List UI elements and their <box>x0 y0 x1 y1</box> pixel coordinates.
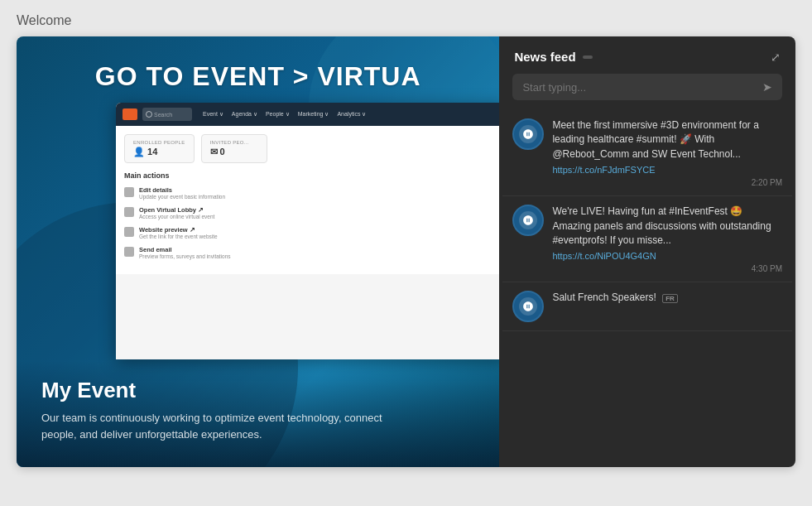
mock-stat-invited-value: ✉ 0 <box>210 147 258 157</box>
mock-stat-enrolled-value: 👤 14 <box>133 147 185 157</box>
news-item-2: We're LIVE! Having fun at #InEventFest 🤩… <box>502 196 792 282</box>
mock-action-edit: Edit details Update your event basic inf… <box>124 186 499 200</box>
mock-email-desc: Preview forms, surveys and invitations <box>139 253 231 259</box>
news-text-1: Meet the first immersive #3D environment… <box>552 118 782 161</box>
mock-lobby-icon <box>124 207 134 217</box>
mock-website-title: Website preview ↗ <box>139 226 218 234</box>
news-link-2[interactable]: https://t.co/NiPOU4G4GN <box>552 251 782 261</box>
mock-app-content: ENROLLED PEOPLE 👤 14 INVITED PEO... ✉ 0 … <box>116 126 499 274</box>
news-avatar-inner-3 <box>519 297 537 316</box>
mock-lobby-title: Open Virtual Lobby ↗ <box>139 206 214 214</box>
news-text-2: We're LIVE! Having fun at #InEventFest 🤩… <box>552 205 782 248</box>
mock-search-label: Search <box>154 112 172 118</box>
news-time-1: 2:20 PM <box>552 178 782 187</box>
mock-action-lobby: Open Virtual Lobby ↗ Access your online … <box>124 206 499 219</box>
mock-email-title: Send email <box>139 246 231 253</box>
page-title: Welcome <box>0 0 812 36</box>
mock-action-email: Send email Preview forms, surveys and in… <box>124 246 499 259</box>
news-feed-header: News feed ⤢ <box>499 36 795 74</box>
mock-edit-desc: Update your event basic information <box>139 194 225 200</box>
mock-edit-title: Edit details <box>139 186 225 194</box>
mock-search-icon <box>146 111 152 118</box>
mock-website-desc: Get the link for the event website <box>139 234 218 239</box>
mock-nav-event: Event ∨ <box>200 111 226 118</box>
news-feed-panel: News feed ⤢ ➤ <box>499 36 795 467</box>
mock-logo <box>123 108 137 120</box>
banner-wrapper: GO TO EVENT > VIRTUA Search Event ∨ Agen… <box>17 36 795 467</box>
news-avatar-1 <box>512 118 544 150</box>
news-search-input[interactable] <box>522 81 756 94</box>
mock-nav-people: People ∨ <box>263 111 292 118</box>
mock-email-icon <box>124 247 134 257</box>
mock-stat-invited: INVITED PEO... ✉ 0 <box>201 134 267 163</box>
banner-heading: GO TO EVENT > VIRTUA <box>17 61 499 92</box>
mock-stats-row: ENROLLED PEOPLE 👤 14 INVITED PEO... ✉ 0 <box>124 134 499 163</box>
news-search-bar[interactable]: ➤ <box>512 74 782 100</box>
mock-nav-agenda: Agenda ∨ <box>229 111 260 118</box>
news-content-3: Salut French Speakers! FR <box>552 291 782 322</box>
event-title: My Event <box>41 378 474 403</box>
mock-nav-items: Event ∨ Agenda ∨ People ∨ Marketing ∨ An… <box>200 111 368 118</box>
news-feed-list: Meet the first immersive #3D environment… <box>499 110 795 467</box>
mock-nav-analytics: Analytics ∨ <box>334 111 368 118</box>
news-content-1: Meet the first immersive #3D environment… <box>552 118 782 187</box>
mock-stat-invited-label: INVITED PEO... <box>210 140 258 145</box>
main-container: GO TO EVENT > VIRTUA Search Event ∨ Agen… <box>0 36 812 506</box>
news-feed-badge <box>583 55 593 59</box>
news-link-1[interactable]: https://t.co/nFJdmFSYCE <box>552 165 782 175</box>
news-avatar-inner-2 <box>519 211 537 229</box>
banner-overlay: My Event Our team is continuously workin… <box>17 361 499 467</box>
mock-lobby-desc: Access your online virtual event <box>139 214 214 219</box>
news-item-1: Meet the first immersive #3D environment… <box>502 110 792 196</box>
news-avatar-2 <box>512 205 544 236</box>
mock-nav-marketing: Marketing ∨ <box>295 111 332 118</box>
event-desc: Our team is continuously working to opti… <box>41 410 406 442</box>
news-item-3: Salut French Speakers! FR <box>502 282 792 331</box>
mock-stat-enrolled-label: ENROLLED PEOPLE <box>133 140 185 145</box>
news-avatar-3 <box>512 291 544 322</box>
mock-navbar: Search Event ∨ Agenda ∨ People ∨ Marketi… <box>116 103 499 126</box>
fr-badge: FR <box>662 294 678 303</box>
mock-search-bar: Search <box>142 108 192 121</box>
news-content-2: We're LIVE! Having fun at #InEventFest 🤩… <box>552 205 782 273</box>
mock-stat-enrolled: ENROLLED PEOPLE 👤 14 <box>124 134 195 163</box>
mock-website-icon <box>124 227 134 237</box>
news-avatar-inner-1 <box>519 125 537 143</box>
mock-edit-icon <box>124 187 134 197</box>
mock-section-title: Main actions <box>124 171 499 180</box>
news-feed-title: News feed <box>514 50 575 64</box>
news-send-icon[interactable]: ➤ <box>762 80 772 94</box>
news-text-3: Salut French Speakers! FR <box>552 291 782 305</box>
mock-action-website: Website preview ↗ Get the link for the e… <box>124 226 499 239</box>
expand-icon[interactable]: ⤢ <box>771 51 781 64</box>
news-time-2: 4:30 PM <box>552 264 782 273</box>
banner-left: GO TO EVENT > VIRTUA Search Event ∨ Agen… <box>17 36 499 467</box>
mock-app-screenshot: Search Event ∨ Agenda ∨ People ∨ Marketi… <box>116 103 499 359</box>
